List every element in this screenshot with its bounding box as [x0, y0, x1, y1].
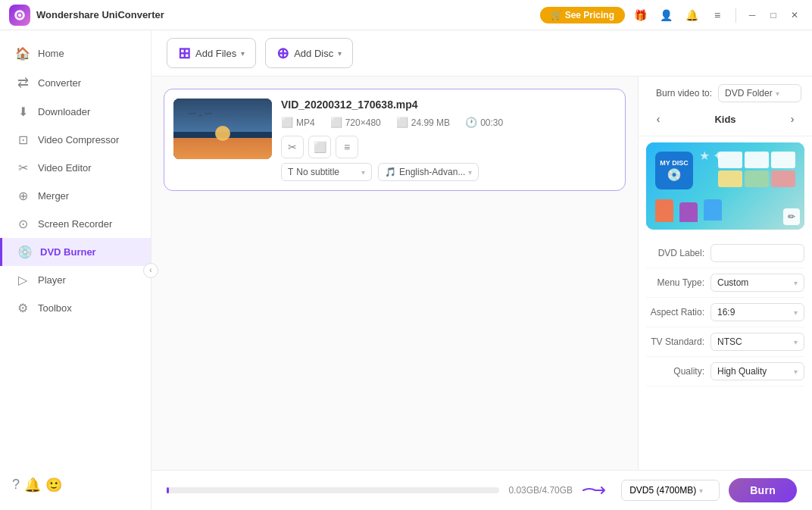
minimize-button[interactable]: ─ — [744, 7, 760, 23]
add-files-arrow: ▾ — [241, 49, 245, 58]
sidebar-bottom: ? 🔔 🙂 — [0, 469, 151, 501]
add-files-icon: ⊞ — [178, 44, 191, 62]
sidebar-item-video-compressor[interactable]: ⊡ Video Compressor — [0, 126, 151, 154]
aspect-ratio-select[interactable]: 16:9 ▾ — [710, 303, 804, 321]
format-icon: ⬜ — [281, 117, 293, 128]
sidebar-item-home[interactable]: 🏠 Home — [0, 39, 151, 67]
compressor-icon: ⊡ — [15, 133, 30, 147]
dvd-label-input[interactable] — [717, 248, 798, 258]
sidebar-item-converter[interactable]: ⇄ Converter — [0, 67, 151, 98]
maximize-button[interactable]: □ — [765, 7, 782, 23]
close-button[interactable]: ✕ — [786, 7, 803, 23]
preview-grid — [718, 152, 795, 187]
format-value: MP4 — [296, 117, 315, 128]
subtitle-select[interactable]: T No subtitle ▾ — [281, 163, 372, 181]
quality-label: Quality: — [646, 366, 710, 377]
subtitle-arrow: ▾ — [361, 168, 365, 177]
file-card: 〰 ⌒ 〰 VID_20200312_170638.mp4 ⬜ MP4 — [164, 89, 626, 191]
feedback-icon[interactable]: 🙂 — [45, 477, 62, 493]
bottom-bar: 0.03GB/4.70GB DVD5 (4700MB) ▾ Burn — [151, 470, 812, 510]
burn-button[interactable]: Burn — [729, 478, 797, 502]
disc-type-select[interactable]: DVD5 (4700MB) ▾ — [621, 480, 720, 501]
menu-type-value: Custom — [717, 277, 748, 288]
template-preview[interactable]: MY DISC 💿 — [646, 142, 804, 230]
sidebar-item-toolbox[interactable]: ⚙ Toolbox — [0, 294, 151, 322]
subtitle-label: No subtitle — [296, 167, 339, 177]
svg-point-0 — [18, 13, 22, 17]
account-button[interactable]: 👤 — [655, 5, 676, 26]
progress-fill — [167, 487, 169, 493]
sidebar: 🏠 Home ⇄ Converter ⬇ Downloader ⊡ Video … — [0, 30, 151, 510]
thumbnail-image: 〰 ⌒ 〰 — [173, 99, 272, 159]
quality-select[interactable]: High Quality ▾ — [710, 362, 804, 380]
sidebar-item-player[interactable]: ▷ Player — [0, 266, 151, 294]
add-disc-button[interactable]: ⊕ Add Disc ▾ — [265, 38, 353, 68]
sidebar-label-home: Home — [38, 48, 64, 59]
menu-type-caret: ▾ — [794, 279, 798, 287]
tv-standard-row: TV Standard: NTSC ▾ — [646, 327, 804, 357]
sidebar-item-video-editor[interactable]: ✂ Video Editor — [0, 154, 151, 182]
title-bar: Wondershare UniConverter 🛒 See Pricing 🎁… — [0, 0, 812, 30]
file-area: 〰 ⌒ 〰 VID_20200312_170638.mp4 ⬜ MP4 — [151, 77, 638, 470]
file-format: ⬜ MP4 — [281, 117, 315, 128]
audio-select[interactable]: 🎵 English-Advan... ▾ — [378, 163, 479, 181]
app-logo — [9, 5, 30, 26]
sidebar-label-player: Player — [38, 274, 66, 286]
dvd-label-input-container[interactable] — [710, 244, 804, 262]
aspect-ratio-label: Aspect Ratio: — [646, 307, 710, 318]
help-icon[interactable]: ? — [12, 477, 20, 493]
gift-button[interactable]: 🎁 — [629, 5, 651, 26]
effects-button[interactable]: ≡ — [336, 136, 358, 158]
recorder-icon: ⊙ — [15, 217, 30, 231]
next-template-button[interactable]: › — [783, 110, 801, 128]
converter-icon: ⇄ — [15, 74, 30, 91]
tv-standard-value: NTSC — [717, 336, 742, 347]
menu-type-select[interactable]: Custom ▾ — [710, 274, 804, 292]
pricing-btn-label: See Pricing — [565, 10, 614, 20]
menu-button[interactable]: ≡ — [707, 5, 728, 26]
right-panel: Burn video to: DVD Folder ▾ ‹ Kids › — [638, 77, 812, 470]
burn-to-value: DVD Folder — [725, 88, 773, 99]
settings-section: DVD Label: Menu Type: Custom ▾ — [639, 236, 812, 390]
arrow-indicator — [582, 483, 612, 498]
audio-arrow: ▾ — [468, 168, 472, 177]
add-disc-arrow: ▾ — [338, 49, 342, 58]
notification-button[interactable]: 🔔 — [681, 5, 702, 26]
file-options: T No subtitle ▾ 🎵 English-Advan... ▾ — [281, 163, 616, 181]
crop-button[interactable]: ⬜ — [308, 136, 331, 158]
add-files-button[interactable]: ⊞ Add Files ▾ — [167, 38, 256, 68]
trim-button[interactable]: ✂ — [281, 136, 304, 158]
sidebar-item-dvd-burner[interactable]: 💿 DVD Burner — [0, 238, 151, 266]
prev-template-button[interactable]: ‹ — [649, 110, 667, 128]
template-title: Kids — [714, 114, 735, 125]
preview-inner: MY DISC 💿 — [646, 142, 804, 230]
toolbox-icon: ⚙ — [15, 301, 30, 315]
menu-type-label: Menu Type: — [646, 277, 710, 288]
sidebar-label-dvd: DVD Burner — [40, 246, 96, 258]
audio-label: English-Advan... — [399, 167, 465, 177]
file-actions: ✂ ⬜ ≡ — [281, 136, 616, 158]
main-layout: 🏠 Home ⇄ Converter ⬇ Downloader ⊡ Video … — [0, 30, 812, 510]
sidebar-item-screen-recorder[interactable]: ⊙ Screen Recorder — [0, 210, 151, 238]
burn-to-caret: ▾ — [776, 89, 779, 98]
file-thumbnail: 〰 ⌒ 〰 — [173, 99, 272, 159]
cart-icon: 🛒 — [551, 10, 562, 20]
burn-to-select[interactable]: DVD Folder ▾ — [718, 84, 801, 102]
duration-value: 00:30 — [480, 117, 503, 128]
toolbar: ⊞ Add Files ▾ ⊕ Add Disc ▾ — [151, 30, 812, 77]
bell-icon[interactable]: 🔔 — [24, 477, 41, 493]
tv-standard-label: TV Standard: — [646, 336, 710, 347]
menu-type-row: Menu Type: Custom ▾ — [646, 268, 804, 298]
preview-characters — [655, 199, 722, 222]
progress-bar — [167, 487, 499, 493]
preview-edit-button[interactable]: ✏ — [783, 208, 800, 225]
star-decoration: ★ ✦ — [699, 149, 723, 163]
sidebar-item-merger[interactable]: ⊕ Merger — [0, 182, 151, 210]
sidebar-label-toolbox: Toolbox — [38, 302, 72, 314]
collapse-sidebar-button[interactable]: ‹ — [143, 263, 158, 278]
tv-standard-select[interactable]: NTSC ▾ — [710, 333, 804, 351]
sidebar-item-downloader[interactable]: ⬇ Downloader — [0, 98, 151, 126]
see-pricing-button[interactable]: 🛒 See Pricing — [540, 7, 625, 23]
resolution-value: 720×480 — [345, 117, 381, 128]
aspect-ratio-value: 16:9 — [717, 307, 735, 318]
